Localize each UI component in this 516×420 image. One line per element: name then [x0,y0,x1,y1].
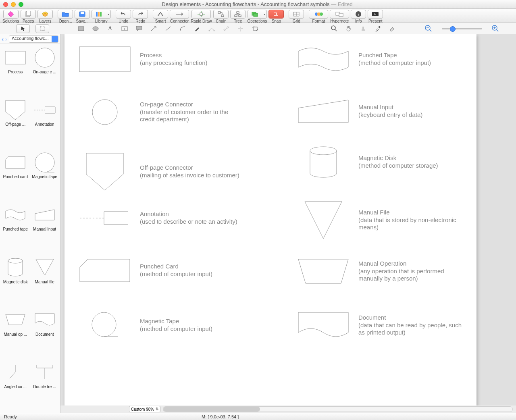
horizontal-scrollbar[interactable] [163,406,513,412]
svg-point-51 [310,147,337,155]
symbol-punched-card[interactable]: Punched Card (method of computer input) [69,258,212,283]
lib-item-manual-input[interactable]: Manual input [30,204,60,253]
zoom-select[interactable]: Custom 98% [129,406,160,412]
present-button[interactable] [368,10,383,19]
arc-tool[interactable] [178,24,187,33]
desc-title: Manual Input [358,104,422,111]
connect-points-tool[interactable] [222,24,231,33]
lib-item-magnetic-disk[interactable]: Magnetic disk [1,256,30,306]
symbol-document[interactable]: Document (data that can be read by peopl… [288,312,463,339]
save-button[interactable] [75,10,90,19]
open-button[interactable] [58,10,73,19]
nav-back-icon[interactable]: ‹ [2,35,4,42]
eraser-tool[interactable] [388,24,397,33]
symbol-onpage[interactable]: On-page Connector (transfer of customer … [69,99,245,125]
zoom-tool[interactable] [330,24,339,33]
symbol-desc: Punched Card (method of computer input) [140,263,212,278]
hypernote-button[interactable] [330,10,349,19]
segment-tool[interactable] [164,24,173,33]
title-text: Design elements - Accounting flowcharts … [162,1,329,7]
pages-button[interactable] [21,10,36,19]
text-select-tool[interactable] [35,24,49,33]
symbol-punched-tape[interactable]: Punched Tape (method of computer input) [288,46,431,72]
symbol-magnetic-tape[interactable]: Magnetic Tape (method of computer input) [69,312,212,339]
disconnect-tool[interactable] [236,24,245,33]
operations-button[interactable] [248,10,267,19]
desc-sub: (mailing of sales invoice to customer) [140,172,239,179]
desc-sub: (method of computer input) [140,270,212,278]
library-select[interactable]: Accounting flowc... [9,35,58,43]
symbol-desc: Magnetic Tape (method of computer input) [140,318,212,333]
library-header: ‹ › Accounting flowc... [0,34,60,44]
lib-item-document[interactable]: Document [30,309,60,358]
lib-item-offpage[interactable]: Off-page ... [1,99,30,148]
rapid-draw-button[interactable] [191,10,211,19]
line-tool[interactable] [149,24,158,33]
chain-button[interactable] [213,10,229,19]
stamp-tool[interactable] [359,24,368,33]
svg-rect-7 [96,12,98,17]
text-tool[interactable]: A [106,24,114,33]
library-button[interactable] [92,10,111,19]
callout-tool[interactable] [135,24,144,33]
lib-label: Punched tape [3,227,28,231]
lib-item-magnetic-tape[interactable]: Magnetic tape [30,151,60,200]
layers-button[interactable] [37,10,53,19]
edit-points-tool[interactable] [207,24,216,33]
desc-title: Magnetic Tape [140,318,212,325]
lib-item-manual-op[interactable]: Manual op ... [1,309,30,358]
lib-item-process[interactable]: Process [1,46,30,96]
textbox-tool[interactable]: T [120,24,129,33]
lib-item-punched-tape[interactable]: Punched tape [1,204,30,253]
library-grid: Process On-page c ... Off-page ... Annot… [0,44,60,413]
svg-point-47 [8,258,23,263]
status-bar: Ready M: [ 9.0e-03, 7.54 ] [0,413,516,420]
desc-sub: (keyboard entry of data) [358,111,422,119]
lib-label: Manual file [35,280,54,284]
tree-button[interactable] [230,10,246,19]
eyedropper-tool[interactable] [373,24,382,33]
grid-button[interactable] [289,10,304,19]
undo-button[interactable] [116,10,131,19]
lib-item-angled[interactable]: Angled co ... [1,361,30,410]
svg-rect-38 [362,29,365,31]
lib-item-punched-card[interactable]: Punched card [1,151,30,200]
smart-button[interactable] [153,10,168,19]
lib-item-manual-file[interactable]: Manual file [30,256,60,306]
zoom-slider[interactable] [442,28,482,29]
svg-rect-48 [79,47,130,72]
lib-label: Document [35,332,54,337]
format-button[interactable] [309,10,328,19]
solutions-button[interactable] [3,10,19,19]
svg-point-49 [92,100,117,125]
symbol-manual-input[interactable]: Manual Input (keyboard entry of data) [288,99,422,123]
svg-rect-8 [98,12,100,17]
page[interactable]: Process (any processing function) On-pag… [64,34,476,413]
symbol-process[interactable]: Process (any processing function) [69,46,208,72]
snap-button[interactable] [268,10,284,19]
redo-button[interactable] [133,10,148,19]
symbol-annotation[interactable]: Annotation (used to describe or note an … [69,210,237,226]
symbol-manual-op[interactable]: Manual Operation (any operation that is … [288,258,463,284]
symbol-manual-file[interactable]: Manual File (data that is stored by non-… [288,201,463,239]
lib-item-annotation[interactable]: Annotation [30,99,60,148]
lib-item-double-tree[interactable]: Double tre ... [30,361,60,410]
pointer-tool[interactable] [16,24,30,33]
connector-button[interactable] [170,10,189,19]
hand-tool[interactable] [344,24,353,33]
ellipse-tool[interactable] [91,24,100,33]
symbol-offpage[interactable]: Off-page Connector (mailing of sales inv… [69,152,239,191]
crop-tool[interactable] [251,24,260,33]
symbol-magnetic-disk[interactable]: Magnetic Disk (method of computer storag… [288,146,438,178]
svg-rect-43 [5,51,25,64]
info-button[interactable]: i [351,10,366,19]
canvas[interactable]: Process (any processing function) On-pag… [60,34,516,413]
zoom-in-icon[interactable] [491,24,500,33]
main-toolbar: Solutions Pages Layers Open... Save... L… [0,9,516,23]
svg-marker-0 [8,11,14,17]
lib-item-onpage[interactable]: On-page c ... [30,46,60,96]
pen-tool[interactable] [193,24,202,33]
nav-fwd-icon[interactable]: › [5,35,7,42]
zoom-out-icon[interactable] [424,24,433,33]
rect-tool[interactable] [77,24,85,33]
